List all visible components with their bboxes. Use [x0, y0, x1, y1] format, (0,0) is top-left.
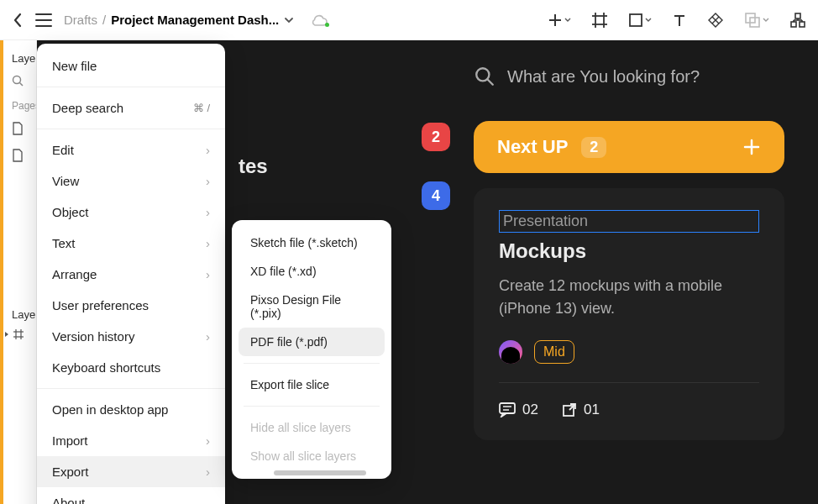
search-icon [474, 66, 496, 87]
menu-item-object[interactable]: Object› [37, 197, 225, 228]
task-card: Presentation Mockups Create 12 mockups w… [474, 188, 784, 440]
export-sketch[interactable]: Sketch file (*.sketch) [239, 228, 385, 257]
sidebar-section-pages: Pages [0, 93, 36, 115]
sidebar-section-layers: Layers [0, 303, 36, 324]
chevron-right-icon: › [206, 267, 210, 281]
breadcrumb-parent: Drafts [64, 13, 97, 27]
task-description: Create 12 mockups with a mobile (iPhone … [499, 275, 759, 320]
main-menu-dropdown: New file Deep search⌘ / Edit› View› Obje… [37, 44, 225, 504]
svg-line-22 [20, 83, 24, 87]
menu-item-arrange[interactable]: Arrange› [37, 259, 225, 290]
menu-item-open-desktop[interactable]: Open in desktop app [37, 394, 225, 425]
attachments-stat[interactable]: 01 [562, 402, 600, 418]
menu-item-deep-search[interactable]: Deep search⌘ / [37, 92, 225, 123]
export-submenu: Sketch file (*.sketch) XD file (*.xd) Pi… [232, 220, 391, 479]
sidebar: Layers Pages Layers [0, 40, 37, 504]
frame-icon [13, 329, 24, 339]
network-tool[interactable] [789, 12, 806, 29]
svg-rect-14 [795, 13, 800, 18]
nextup-label: Next UP [497, 136, 568, 158]
menu-item-keyboard-shortcuts[interactable]: Keyboard shortcuts [37, 352, 225, 383]
chevron-right-icon: › [206, 236, 210, 250]
plus-icon[interactable] [742, 138, 761, 156]
frame-tool[interactable] [591, 12, 608, 29]
export-show-slices: Show all slice layers [239, 442, 385, 470]
topbar: Drafts / Project Management Dash... [0, 0, 818, 40]
svg-rect-16 [800, 22, 805, 27]
task-title: Mockups [499, 239, 759, 263]
svg-rect-9 [630, 14, 642, 26]
caret-icon [3, 331, 10, 338]
export-hide-slices: Hide all slice layers [239, 413, 385, 442]
nextup-count: 2 [581, 137, 606, 158]
export-file-slice[interactable]: Export file slice [239, 370, 385, 399]
export-pdf[interactable]: PDF file (*.pdf) [239, 328, 385, 356]
priority-badge: Mid [534, 340, 574, 364]
page-icon[interactable] [0, 115, 36, 142]
chevron-down-icon [564, 18, 571, 23]
cloud-sync-icon[interactable] [311, 14, 328, 26]
selection-outline[interactable]: Presentation [499, 210, 759, 233]
chevron-right-icon: › [206, 465, 210, 479]
chevron-down-icon [763, 18, 769, 23]
text-tool[interactable] [672, 13, 687, 28]
menu-item-text[interactable]: Text› [37, 228, 225, 259]
svg-rect-15 [791, 22, 796, 27]
comments-stat[interactable]: 02 [499, 402, 538, 418]
add-tool[interactable] [548, 13, 571, 28]
menu-item-view[interactable]: View› [37, 165, 225, 197]
svg-line-28 [487, 79, 493, 85]
avatar[interactable] [499, 340, 522, 364]
badge-count-blue: 4 [422, 181, 450, 210]
svg-point-21 [13, 76, 21, 84]
chevron-right-icon: › [206, 143, 210, 157]
task-tag: Presentation [503, 213, 588, 229]
chevron-right-icon: › [206, 433, 210, 448]
menu-item-user-preferences[interactable]: User preferences [37, 290, 225, 321]
menu-item-new-file[interactable]: New file [37, 50, 225, 81]
chevron-down-icon [284, 17, 294, 24]
menu-item-about[interactable]: About [37, 487, 225, 504]
comment-icon [499, 402, 516, 417]
layer-frame-item[interactable] [0, 324, 36, 344]
shape-tool[interactable] [628, 13, 652, 28]
notes-label-partial: tes [239, 155, 268, 178]
external-link-icon [562, 402, 577, 417]
search-placeholder: What are You looking for? [507, 67, 700, 87]
svg-rect-31 [500, 403, 515, 413]
chevron-down-icon [645, 18, 652, 23]
export-pixso[interactable]: Pixso Design File (*.pix) [239, 286, 385, 328]
boolean-tool[interactable] [744, 12, 769, 29]
menu-item-import[interactable]: Import› [37, 425, 225, 456]
chevron-right-icon: › [206, 205, 210, 219]
chevron-right-icon: › [206, 174, 210, 188]
export-xd[interactable]: XD file (*.xd) [239, 257, 385, 286]
chevron-right-icon: › [206, 329, 210, 344]
submenu-scrollbar[interactable] [274, 470, 366, 475]
menu-item-edit[interactable]: Edit› [37, 134, 225, 165]
component-tool[interactable] [707, 12, 724, 29]
breadcrumb[interactable]: Drafts / Project Management Dash... [64, 13, 294, 27]
breadcrumb-current: Project Management Dash... [111, 13, 279, 27]
menu-item-export[interactable]: Export› [37, 456, 225, 487]
sidebar-tab-layers[interactable]: Layers [0, 49, 36, 68]
menu-item-version-history[interactable]: Version history› [37, 321, 225, 352]
sidebar-search-icon[interactable] [0, 68, 36, 93]
accent-bar [0, 40, 3, 504]
back-button[interactable] [12, 11, 24, 29]
hamburger-menu-button[interactable] [35, 13, 52, 27]
search-bar[interactable]: What are You looking for? [474, 66, 784, 87]
page-icon[interactable] [0, 142, 36, 169]
badge-count-red: 2 [422, 123, 450, 151]
nextup-card[interactable]: Next UP 2 [474, 121, 784, 173]
